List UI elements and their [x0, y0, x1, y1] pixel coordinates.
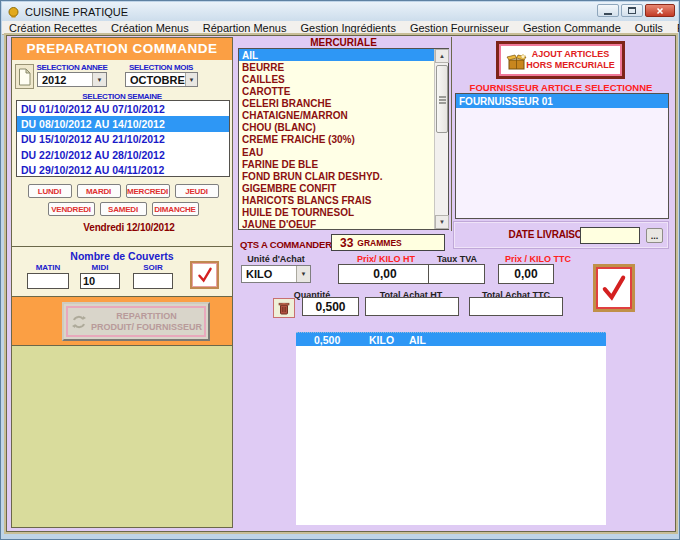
menu-item[interactable]: Outils	[628, 21, 670, 35]
vertical-divider	[451, 37, 452, 231]
date-browse-button[interactable]: ...	[646, 228, 663, 243]
menu-item[interactable]: Gestion Commande	[516, 21, 628, 35]
preparation-commande-panel: PREPARATION COMMANDE SELECTION ANNEE 201…	[11, 37, 233, 528]
mercuriale-item[interactable]: GIGEMBRE CONFIT	[239, 182, 435, 194]
mercuriale-title: MERCURIALE	[238, 37, 449, 48]
repartition-button[interactable]: REPARTITION PRODUIT/ FOURNISSEUR	[62, 302, 210, 341]
order-lines-empty-area	[296, 346, 606, 525]
selection-annee-label: SELECTION ANNEE	[36, 63, 108, 72]
fournisseur-item[interactable]: FOURNUISSEUR 01	[456, 94, 668, 108]
mercuriale-scrollbar[interactable]: ▲ ▼	[434, 49, 448, 229]
taux-tva-label: Taux TVA	[426, 254, 488, 264]
thumb-grip	[439, 96, 446, 98]
mercuriale-item[interactable]: HARICOTS BLANCS FRAIS	[239, 195, 435, 207]
prix-kilo-ht-label: Prix/ KILO HT	[341, 254, 431, 264]
week-list-item[interactable]: DU 22/10/2012 AU 28/10/2012	[17, 147, 229, 162]
qts-a-commander-label: QTS A COMMANDER	[240, 239, 332, 250]
check-icon	[599, 271, 629, 305]
month-dropdown[interactable]: OCTOBRE ▼	[125, 72, 198, 87]
menu-item[interactable]: Gestion Fournisseur	[403, 21, 516, 35]
maximize-icon	[628, 7, 636, 14]
qts-a-commander-field: 33 GRAMMES	[331, 234, 445, 251]
day-button[interactable]: JEUDI	[175, 184, 219, 198]
year-dropdown[interactable]: 2012 ▼	[37, 72, 107, 87]
mercuriale-item[interactable]: CHOU (BLANC)	[239, 122, 435, 134]
midi-input[interactable]	[80, 273, 120, 289]
day-button[interactable]: LUNDI	[28, 184, 72, 198]
matin-input[interactable]	[27, 273, 69, 289]
menu-item[interactable]: Création Menus	[104, 21, 196, 35]
quantite-input[interactable]	[302, 297, 359, 316]
menu-item[interactable]: Gestion Ingrédients	[293, 21, 402, 35]
menu-item[interactable]: Répartion Menus	[196, 21, 294, 35]
minimize-button[interactable]	[597, 4, 619, 17]
repartition-section: REPARTITION PRODUIT/ FOURNISSEUR	[12, 296, 232, 346]
new-document-icon	[18, 68, 31, 86]
day-button[interactable]: SAMEDI	[100, 202, 147, 216]
app-icon	[7, 5, 20, 18]
scrollbar-thumb[interactable]	[436, 65, 448, 133]
order-line-row[interactable]: 0,500 KILO AIL	[296, 332, 606, 346]
mercuriale-item[interactable]: JAUNE D'OEUF	[239, 219, 435, 229]
minimize-icon	[604, 13, 612, 15]
couverts-section: Nombre de Couverts MATIN MIDI SOIR	[12, 246, 232, 296]
line-article: AIL	[409, 334, 426, 346]
unite-achat-dropdown[interactable]: KILO ▼	[241, 265, 311, 283]
close-icon	[655, 6, 665, 16]
mercuriale-item[interactable]: FOND BRUN CLAIR DESHYD.	[239, 170, 435, 182]
week-list-item[interactable]: DU 29/10/2012 AU 04/11/2012	[17, 163, 229, 177]
date-livraison-input[interactable]	[580, 227, 640, 244]
mercuriale-item[interactable]: BEURRE	[239, 61, 435, 73]
qts-value: 33	[340, 236, 353, 250]
scroll-down-button[interactable]: ▼	[435, 215, 449, 229]
week-list-item[interactable]: DU 08/10/2012 AU 14/10/2012	[17, 116, 229, 131]
order-lines-list: 0,500 KILO AIL	[296, 332, 606, 346]
app-window: CUISINE PRATIQUE Création RecettesCréati…	[0, 0, 680, 540]
selection-mois-label: SELECTION MOIS	[124, 63, 198, 72]
total-ttc-input[interactable]	[469, 297, 563, 316]
ajout-articles-button[interactable]: AJOUT ARTICLES HORS MERCURIALE	[496, 41, 625, 79]
maximize-button[interactable]	[621, 4, 643, 17]
soir-input[interactable]	[133, 273, 173, 289]
close-button[interactable]	[645, 4, 675, 17]
day-buttons-row1: LUNDIMARDIMERCREDIJEUDI	[26, 184, 220, 198]
prix-ttc-input[interactable]	[498, 264, 554, 284]
mercuriale-item[interactable]: AIL	[239, 49, 435, 61]
fournisseur-listbox: FOURNUISSEUR 01	[455, 93, 669, 219]
day-buttons-row2: VENDREDISAMEDIDIMANCHE	[26, 202, 220, 216]
mercuriale-item[interactable]: CAILLES	[239, 73, 435, 85]
mercuriale-listbox: AILBEURRECAILLESCAROTTECELERI BRANCHECHA…	[238, 48, 449, 230]
menu-item[interactable]: Création Recettes	[2, 21, 104, 35]
mercuriale-item[interactable]: EAU	[239, 146, 435, 158]
matin-label: MATIN	[27, 263, 69, 272]
qts-unit: GRAMMES	[357, 238, 401, 248]
validate-order-button[interactable]	[593, 264, 635, 312]
mercuriale-item[interactable]: HUILE DE TOURNESOL	[239, 207, 435, 219]
menu-bar: Création RecettesCréation MenusRépartion…	[2, 21, 678, 35]
title-bar: CUISINE PRATIQUE	[2, 2, 678, 21]
line-unit: KILO	[369, 334, 394, 346]
day-button[interactable]: VENDREDI	[48, 202, 95, 216]
day-button[interactable]: MARDI	[77, 184, 121, 198]
mercuriale-item[interactable]: CHATAIGNE/MARRON	[239, 110, 435, 122]
prix-ht-input[interactable]	[338, 264, 432, 284]
soir-label: SOIR	[133, 263, 173, 272]
mercuriale-item[interactable]: CELERI BRANCHE	[239, 98, 435, 110]
taux-tva-input[interactable]	[428, 264, 485, 284]
mercuriale-item[interactable]: CREME FRAICHE (30%)	[239, 134, 435, 146]
delete-line-button[interactable]	[273, 298, 295, 318]
package-icon	[506, 52, 528, 72]
mercuriale-item[interactable]: CAROTTE	[239, 85, 435, 97]
week-list-item[interactable]: DU 15/10/2012 AU 21/10/2012	[17, 132, 229, 147]
day-button[interactable]: DIMANCHE	[152, 202, 199, 216]
line-quantity: 0,500	[314, 334, 340, 346]
scroll-up-button[interactable]: ▲	[435, 49, 449, 63]
week-list-item[interactable]: DU 01/10/2012 AU 07/10/2012	[17, 101, 229, 116]
menu-item[interactable]: Parametre Impression	[670, 21, 680, 35]
validate-couverts-button[interactable]	[190, 261, 219, 289]
new-order-button[interactable]	[15, 64, 34, 89]
mercuriale-item[interactable]: FARINE DE BLE	[239, 158, 435, 170]
sync-arrows-icon	[70, 314, 88, 330]
total-ht-input[interactable]	[365, 297, 459, 316]
day-button[interactable]: MERCREDI	[126, 184, 170, 198]
